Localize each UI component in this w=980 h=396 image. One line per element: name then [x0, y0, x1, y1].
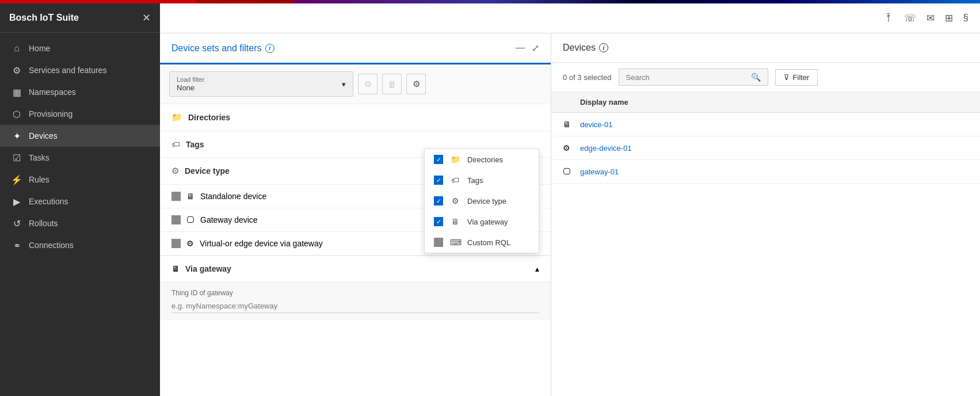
sidebar-close-button[interactable]: ✕: [142, 12, 151, 24]
left-panel: Device sets and filters i — ⤢ Load filte…: [160, 33, 551, 396]
filter-label: Filter: [793, 73, 810, 82]
share-icon[interactable]: ⭱: [884, 12, 894, 24]
dropdown-tags-label: Tags: [467, 176, 483, 185]
standalone-label: Standalone device: [200, 192, 266, 201]
sidebar: Bosch IoT Suite ✕ ⌂ Home ⚙ Services and …: [0, 3, 160, 396]
left-panel-info-icon[interactable]: i: [265, 44, 274, 53]
device-type-label: Device type: [185, 166, 230, 176]
load-filter-value: None: [177, 83, 195, 92]
filter-icon: ⊽: [784, 73, 790, 82]
gateway-input-area: Thing ID of gateway: [160, 282, 551, 320]
tags-label: Tags: [186, 140, 204, 149]
sidebar-item-label: Rules: [29, 175, 49, 184]
provisioning-icon: ⬡: [12, 109, 22, 119]
email-icon[interactable]: ✉: [926, 12, 935, 24]
filter-toolbar: Load filter None ▾ ⧉ 🗑 ⚙: [160, 64, 551, 104]
tasks-icon: ☑: [12, 153, 22, 163]
sidebar-item-label: Tasks: [29, 153, 49, 162]
search-input[interactable]: [626, 73, 746, 82]
dropdown-directories-checkbox[interactable]: [434, 155, 443, 164]
via-gateway-icon: 🖥: [171, 264, 180, 273]
dropdown-tags-checkbox[interactable]: [434, 176, 443, 185]
left-panel-header: Device sets and filters i — ⤢: [160, 33, 551, 64]
filter-button[interactable]: ⊽ Filter: [775, 69, 818, 86]
phone-icon[interactable]: ☏: [904, 12, 916, 24]
dropdown-device-type-icon: ⚙: [450, 196, 460, 205]
save-filter-button[interactable]: ⧉: [358, 74, 377, 94]
rollouts-icon: ↺: [12, 218, 22, 229]
main-content: ⭱ ☏ ✉ ⊞ § Device sets and filters i — ⤢: [160, 3, 980, 396]
edge-checkbox[interactable]: [171, 239, 181, 248]
devices-icon: ✦: [12, 131, 22, 141]
dropdown-directories-label: Directories: [467, 155, 503, 164]
sidebar-item-namespaces[interactable]: ▦ Namespaces: [0, 81, 160, 103]
table-row[interactable]: 🖥 device-01: [551, 113, 980, 136]
sidebar-item-services[interactable]: ⚙ Services and features: [0, 59, 160, 81]
table-row[interactable]: ⚙ edge-device-01: [551, 136, 980, 160]
dropdown-device-type-label: Device type: [467, 197, 506, 205]
sidebar-item-executions[interactable]: ▶ Executions: [0, 191, 160, 212]
settings-filter-button[interactable]: ⚙: [406, 74, 426, 94]
dropdown-device-type-item[interactable]: ⚙ Device type: [425, 191, 539, 211]
dropdown-custom-rql-checkbox[interactable]: [434, 238, 443, 247]
right-panel: Devices i 0 of 3 selected 🔍 ⊽ Filter: [551, 33, 980, 396]
devices-table-header: Display name: [551, 92, 980, 113]
dropdown-device-type-checkbox[interactable]: [434, 196, 443, 205]
sidebar-item-label: Devices: [29, 131, 58, 140]
dropdown-via-gateway-label: Via gateway: [467, 218, 508, 226]
panels-row: Device sets and filters i — ⤢ Load filte…: [160, 33, 980, 396]
right-panel-info-icon[interactable]: i: [599, 43, 608, 52]
dropdown-tags-icon: 🏷: [450, 176, 460, 185]
services-icon: ⚙: [12, 65, 22, 75]
gateway-icon: 🖵: [186, 215, 195, 224]
dropdown-custom-rql-item[interactable]: ⌨ Custom RQL: [425, 232, 539, 253]
sidebar-item-devices[interactable]: ✦ Devices: [0, 125, 160, 147]
dropdown-tags-item[interactable]: 🏷 Tags: [425, 170, 539, 191]
section-icon[interactable]: §: [963, 12, 968, 24]
gateway-checkbox[interactable]: [171, 215, 181, 224]
directories-icon: 📁: [171, 112, 182, 123]
sidebar-item-home[interactable]: ⌂ Home: [0, 37, 160, 59]
device-edge-icon: ⚙: [563, 143, 580, 153]
edge-label: Virtual-or edge device via gateway: [200, 239, 323, 248]
right-panel-header: Devices i: [551, 33, 980, 63]
dropdown-via-gateway-checkbox[interactable]: [434, 217, 443, 226]
standalone-checkbox[interactable]: [171, 192, 181, 201]
expand-icon[interactable]: ⤢: [532, 43, 539, 54]
executions-icon: ▶: [12, 196, 22, 207]
search-box: 🔍: [619, 68, 768, 86]
sidebar-item-label: Home: [29, 44, 50, 53]
sidebar-item-tasks[interactable]: ☑ Tasks: [0, 147, 160, 169]
dropdown-via-gateway-item[interactable]: 🖥 Via gateway: [425, 211, 539, 232]
directories-section[interactable]: 📁 Directories: [160, 104, 551, 131]
sidebar-nav: ⌂ Home ⚙ Services and features ▦ Namespa…: [0, 33, 160, 396]
sidebar-item-provisioning[interactable]: ⬡ Provisioning: [0, 103, 160, 125]
load-filter-dropdown[interactable]: Load filter None ▾: [169, 71, 353, 97]
selected-count: 0 of 3 selected: [563, 73, 612, 82]
left-panel-title-text: Device sets and filters: [171, 43, 262, 54]
right-panel-title: Devices i: [563, 43, 608, 53]
sidebar-item-connections[interactable]: ⚭ Connections: [0, 234, 160, 256]
tags-icon: 🏷: [171, 139, 180, 149]
device-type-icon: ⚙: [171, 166, 179, 176]
via-gateway-header[interactable]: 🖥 Via gateway ▴: [160, 256, 551, 282]
sidebar-header: Bosch IoT Suite ✕: [0, 3, 160, 33]
connections-icon: ⚭: [12, 240, 22, 250]
sidebar-item-label: Services and features: [29, 66, 106, 75]
minimize-icon[interactable]: —: [516, 43, 525, 54]
sidebar-item-rules[interactable]: ⚡ Rules: [0, 169, 160, 191]
devices-list: 🖥 device-01 ⚙ edge-device-01 🖵: [551, 113, 980, 396]
gateway-input[interactable]: [171, 299, 539, 313]
gateway-label: Gateway device: [200, 215, 258, 224]
book-icon[interactable]: ⊞: [945, 12, 953, 24]
sidebar-item-rollouts[interactable]: ↺ Rollouts: [0, 212, 160, 234]
table-row[interactable]: 🖵 gateway-01: [551, 160, 980, 184]
dropdown-directories-item[interactable]: 📁 Directories: [425, 149, 539, 170]
device-name-gateway-01: gateway-01: [580, 167, 619, 176]
delete-filter-button[interactable]: 🗑: [382, 74, 402, 94]
chevron-down-icon: ▾: [342, 80, 346, 89]
devices-toolbar: 0 of 3 selected 🔍 ⊽ Filter: [551, 63, 980, 92]
via-gateway-section: 🖥 Via gateway ▴ Thing ID of gateway: [160, 256, 551, 320]
app-title: Bosch IoT Suite: [9, 13, 79, 23]
edge-device-icon: ⚙: [186, 239, 194, 248]
